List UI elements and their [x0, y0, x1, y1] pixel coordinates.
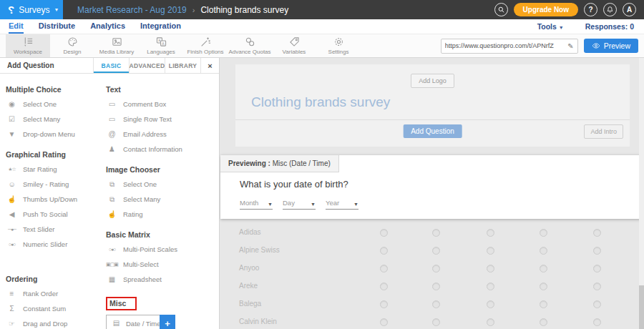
radio-button[interactable] [487, 300, 494, 308]
question-type-smiley-rating[interactable]: ☺Smiley - Rating [6, 177, 106, 192]
radio-button[interactable] [432, 300, 440, 308]
question-type-push-to-social[interactable]: ◀Push To Social [6, 207, 106, 222]
question-type-rating[interactable]: ☝Rating [106, 207, 217, 222]
tab-library[interactable]: LIBRARY [165, 58, 200, 73]
radio-button[interactable] [593, 300, 601, 308]
add-intro-button[interactable]: Add Intro [584, 124, 623, 139]
radio-button[interactable] [593, 247, 601, 255]
radio-button[interactable] [487, 265, 494, 272]
toolbar-item-languages[interactable]: aALanguages [139, 34, 183, 57]
edit-url-pencil-icon[interactable]: ✎ [567, 42, 573, 50]
radio-button[interactable] [540, 265, 547, 272]
question-type-rank-order[interactable]: ≡Rank Order [6, 286, 106, 301]
radio-button[interactable] [540, 247, 547, 255]
radio-button[interactable] [380, 300, 388, 308]
nav-tab-integration[interactable]: Integration [140, 19, 181, 34]
question-type-contact-information[interactable]: ♟Contact Information [106, 142, 217, 157]
question-type-select-one[interactable]: ⧉Select One [106, 177, 217, 192]
search-button[interactable] [494, 3, 508, 16]
add-logo-button[interactable]: Add Logo [411, 74, 454, 88]
question-type-text-slider[interactable]: ─●─Text Slider [6, 222, 106, 237]
toolbar-item-media-library[interactable]: Media Library [94, 34, 139, 57]
add-date-time-button[interactable]: + [160, 315, 175, 329]
question-type-multi-select[interactable]: ▣▢▣Multi-Select [106, 257, 217, 272]
radio-button[interactable] [380, 247, 388, 255]
survey-actions: Add Question Add Intro [235, 120, 630, 147]
section-title-multiple-choice: Multiple Choice [6, 85, 106, 94]
radio-button[interactable] [593, 283, 601, 290]
radio-button[interactable] [593, 318, 601, 326]
question-type-email-address[interactable]: @Email Address [106, 127, 217, 142]
radio-button[interactable] [540, 318, 547, 326]
radio-button[interactable] [540, 300, 547, 308]
radio-button[interactable] [432, 265, 440, 272]
nav-tab-distribute[interactable]: Distribute [39, 19, 75, 34]
toolbar-item-design[interactable]: Design [50, 34, 94, 57]
responses-count[interactable]: Responses: 0 [585, 22, 634, 31]
radio-button[interactable] [540, 229, 547, 237]
survey-canvas: Add Logo Clothing brands survey Add Ques… [220, 58, 644, 329]
toolbar-item-workspace[interactable]: Workspace [6, 34, 50, 57]
avatar[interactable]: A [623, 3, 636, 16]
date-select-day[interactable]: Day▼ [283, 199, 316, 210]
question-type-comment-box[interactable]: ▭Comment Box [106, 97, 217, 112]
multi-select-icon: ▣▢▣ [106, 262, 118, 267]
add-question-button[interactable]: Add Question [403, 124, 462, 138]
question-type-select-many[interactable]: ⧉Select Many [106, 192, 217, 207]
question-type-spreadsheet[interactable]: ▦Spreadsheet [106, 272, 217, 287]
preview-button[interactable]: Preview [584, 39, 638, 53]
radio-button[interactable] [380, 265, 388, 272]
question-type-multi-point-scales[interactable]: ○●○Multi-Point Scales [106, 242, 217, 257]
tab-advanced[interactable]: ADVANCED [129, 58, 165, 73]
radio-button[interactable] [593, 229, 601, 237]
close-panel-button[interactable]: × [200, 58, 219, 73]
radio-button[interactable] [380, 318, 388, 326]
toolbar-item-settings[interactable]: Settings [316, 34, 361, 57]
survey-url-input[interactable] [445, 42, 568, 49]
date-selects: Month▼Day▼Year▼ [240, 199, 642, 210]
radio-button[interactable] [487, 247, 494, 255]
toolbar-item-variables[interactable]: Variables [272, 34, 316, 57]
tab-basic[interactable]: BASIC [93, 58, 129, 73]
survey-title[interactable]: Clothing brands survey [251, 94, 630, 110]
scrollbar-thumb[interactable] [639, 285, 644, 329]
notifications-button[interactable] [603, 3, 617, 16]
radio-button[interactable] [432, 283, 440, 290]
radio-button[interactable] [540, 283, 547, 290]
radio-button[interactable] [432, 318, 440, 326]
radio-button[interactable] [380, 283, 388, 290]
question-type-drop-down-menu[interactable]: ▼Drop-down Menu [6, 127, 106, 142]
help-button[interactable]: ? [584, 3, 597, 16]
upgrade-now-button[interactable]: Upgrade Now [514, 3, 578, 16]
scrollbar-track[interactable] [639, 58, 644, 329]
nav-tab-analytics[interactable]: Analytics [90, 19, 125, 34]
question-type-select-many[interactable]: ☑Select Many [6, 112, 106, 127]
date-select-year[interactable]: Year▼ [326, 199, 358, 210]
radio-button[interactable] [487, 229, 494, 237]
question-type-star-rating[interactable]: ★☆Star Rating [6, 162, 106, 177]
radio-button[interactable] [593, 265, 601, 272]
radio-button[interactable] [487, 283, 494, 290]
question-type-thumbs-up-down[interactable]: ☝Thumbs Up/Down [6, 192, 106, 207]
toolbar-item-advance-quotas[interactable]: Advance Quotas [228, 34, 272, 57]
radio-button[interactable] [487, 318, 494, 326]
app-logo-block[interactable]: ? Surveys ▼ [0, 0, 63, 19]
nav-tab-edit[interactable]: Edit [9, 19, 24, 34]
radio-button[interactable] [380, 229, 388, 237]
radio-button[interactable] [432, 247, 440, 255]
question-type-date-time[interactable]: ▤Date / Time+ [106, 315, 175, 329]
question-type-drag-and-drop[interactable]: ☞Drag and Drop [6, 316, 106, 329]
comment-box-icon: ▭ [106, 101, 118, 108]
tools-menu[interactable]: Tools ▼ [537, 22, 564, 31]
question-type-single-row-text[interactable]: ▭Single Row Text [106, 112, 217, 127]
date-select-month[interactable]: Month▼ [240, 199, 273, 210]
select-value: Month [240, 199, 258, 207]
breadcrumb-folder[interactable]: Market Research - Aug 2019 [77, 5, 187, 15]
radio-button[interactable] [432, 229, 440, 237]
question-type-select-one[interactable]: ◉Select One [6, 97, 106, 112]
toolbar-item-finish-options[interactable]: Finish Options [183, 34, 228, 57]
question-type-constant-sum[interactable]: ΣConstant Sum [6, 301, 106, 316]
breadcrumb: Market Research - Aug 2019 › Clothing br… [77, 0, 288, 19]
design-palette-icon [67, 36, 78, 47]
question-type-numeric-slider[interactable]: ○●○Numeric Slider [6, 237, 106, 252]
